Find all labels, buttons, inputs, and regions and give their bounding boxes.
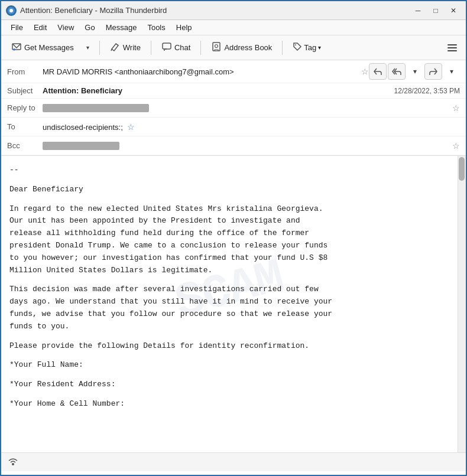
- reply-button[interactable]: [369, 63, 387, 80]
- from-star-icon[interactable]: ☆: [361, 67, 369, 76]
- reply-to-value: [43, 103, 452, 113]
- reply-to-star-icon[interactable]: ☆: [452, 103, 460, 113]
- more-actions-button[interactable]: ▾: [443, 63, 460, 80]
- svg-line-4: [116, 44, 118, 45]
- email-line-1: --: [9, 164, 446, 177]
- hamburger-menu-button[interactable]: [443, 39, 461, 57]
- subject-label: Subject: [7, 86, 43, 95]
- from-row: From MR DAVID MORRIS <anthoniaarchibong7…: [1, 60, 466, 83]
- email-paragraph-1: In regard to the new elected United Stat…: [9, 203, 446, 277]
- reply-to-label: Reply to: [7, 103, 43, 112]
- ham-line-2: [447, 47, 457, 48]
- bcc-label: Bcc: [7, 141, 43, 150]
- get-messages-dropdown[interactable]: ▾: [82, 39, 95, 57]
- get-messages-button[interactable]: Get Messages: [6, 38, 79, 57]
- ham-line-1: [447, 44, 457, 45]
- menu-help[interactable]: Help: [171, 22, 197, 33]
- close-button[interactable]: ✕: [446, 5, 461, 17]
- scrollbar-thumb[interactable]: [459, 157, 465, 181]
- menu-view[interactable]: View: [53, 22, 79, 33]
- separator-4: [282, 41, 283, 55]
- to-star-icon[interactable]: ☆: [127, 122, 135, 132]
- email-body-container: SCAM -- Dear Beneficiary In regard to th…: [1, 156, 466, 471]
- svg-rect-6: [163, 43, 171, 49]
- reply-all-button[interactable]: [388, 63, 406, 80]
- address-book-label: Address Book: [224, 43, 272, 52]
- tag-dropdown-icon: ▾: [318, 44, 321, 51]
- separator-1: [99, 41, 100, 55]
- window-controls: ─ □ ✕: [410, 5, 461, 17]
- tag-icon: [293, 42, 302, 53]
- menu-message[interactable]: Message: [101, 22, 142, 33]
- to-value: undisclosed-recipients:; ☆: [43, 122, 460, 132]
- write-button[interactable]: Write: [105, 38, 146, 57]
- ham-line-3: [447, 50, 457, 51]
- bcc-row: Bcc ☆: [1, 136, 466, 155]
- bcc-value: [43, 141, 452, 151]
- app-icon: [6, 5, 17, 16]
- write-label: Write: [123, 43, 141, 52]
- svg-line-5: [111, 49, 112, 51]
- email-paragraph-2: This decision was made after several inv…: [9, 283, 446, 332]
- separator-2: [151, 41, 151, 55]
- email-header: From MR DAVID MORRIS <anthoniaarchibong7…: [1, 60, 466, 156]
- to-label: To: [7, 122, 43, 131]
- chat-icon: [161, 41, 172, 54]
- chat-button[interactable]: Chat: [156, 38, 196, 57]
- address-book-icon: [211, 41, 222, 54]
- to-row: To undisclosed-recipients:; ☆: [1, 118, 466, 136]
- menu-go[interactable]: Go: [80, 22, 99, 33]
- subject-row: Subject Attention: Beneficiary 12/28/202…: [1, 83, 466, 99]
- svg-point-9: [295, 44, 296, 45]
- address-book-button[interactable]: Address Book: [206, 38, 277, 57]
- status-bar: [1, 452, 466, 471]
- separator-3: [200, 41, 201, 55]
- email-field-name: *Your Full Name:: [9, 359, 446, 371]
- chat-label: Chat: [174, 43, 190, 52]
- title-bar: Attention: Beneficiary - Mozilla Thunder…: [1, 1, 466, 20]
- svg-point-10: [12, 463, 14, 465]
- email-date: 12/28/2022, 3:53 PM: [394, 87, 460, 95]
- write-icon: [110, 41, 121, 54]
- from-value: MR DAVID MORRIS <anthoniaarchibong7@gmai…: [43, 67, 361, 76]
- get-messages-icon: [11, 41, 22, 54]
- svg-point-1: [9, 9, 13, 12]
- subject-value: Attention: Beneficiary: [43, 86, 394, 95]
- header-actions: ▾ ▾: [369, 63, 460, 80]
- menu-tools[interactable]: Tools: [142, 22, 170, 33]
- forward-button[interactable]: [424, 63, 442, 80]
- window-title: Attention: Beneficiary - Mozilla Thunder…: [20, 6, 410, 15]
- email-field-phone: *Your Home & Cell Number:: [9, 398, 446, 410]
- email-line-2: Dear Beneficiary: [9, 184, 446, 196]
- svg-point-8: [215, 44, 218, 47]
- menu-edit[interactable]: Edit: [29, 22, 51, 33]
- reply-to-row: Reply to ☆: [1, 99, 466, 118]
- header-dropdown-button[interactable]: ▾: [407, 63, 423, 80]
- from-label: From: [7, 67, 43, 76]
- tag-button[interactable]: Tag ▾: [287, 39, 326, 56]
- get-messages-label: Get Messages: [24, 43, 74, 52]
- email-field-address: *Your Resident Address:: [9, 379, 446, 391]
- email-body-wrapper: SCAM -- Dear Beneficiary In regard to th…: [1, 156, 466, 471]
- scrollbar-track[interactable]: [458, 156, 466, 471]
- tag-label: Tag: [304, 43, 316, 52]
- email-body: SCAM -- Dear Beneficiary In regard to th…: [1, 156, 458, 426]
- menu-file[interactable]: File: [6, 22, 28, 33]
- bcc-star-icon[interactable]: ☆: [452, 141, 460, 151]
- to-value-text: undisclosed-recipients:;: [43, 123, 123, 132]
- email-paragraph-3: Please provide the following Details for…: [9, 340, 446, 353]
- status-icon: [7, 457, 19, 468]
- maximize-button[interactable]: □: [428, 5, 443, 17]
- toolbar: Get Messages ▾ Write Chat Address Book T…: [1, 35, 466, 60]
- menu-bar: File Edit View Go Message Tools Help: [1, 20, 466, 35]
- minimize-button[interactable]: ─: [410, 5, 426, 17]
